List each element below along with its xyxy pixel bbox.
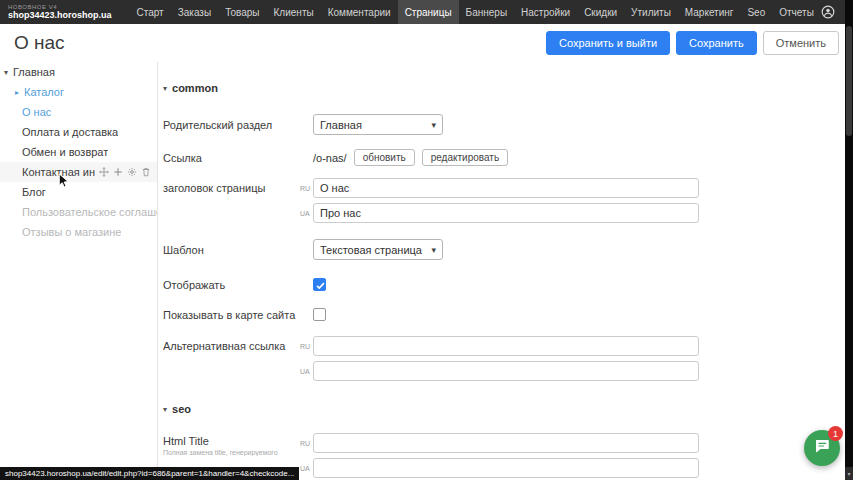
add-icon[interactable] (113, 167, 123, 177)
sidebar-item-store-reviews[interactable]: Отзывы о магазине (0, 222, 157, 242)
menu-item-orders[interactable]: Заказы (171, 0, 218, 24)
edit-form: ▾ common Родительский раздел Главная ▾ С… (158, 62, 845, 480)
chat-unread-badge: 1 (828, 426, 843, 441)
sidebar-item-contact-info[interactable]: Контактная инфор (0, 162, 157, 182)
page: НОВОВНОЕ V4 shop34423.horoshop.ua Старт … (0, 0, 853, 480)
section-seo[interactable]: ▾ seo (163, 403, 845, 415)
chevron-down-icon: ▾ (163, 405, 167, 414)
menu-item-comments[interactable]: Комментарии (321, 0, 398, 24)
header-buttons: Сохранить и выйти Сохранить Отменить (546, 31, 839, 55)
menu-item-products[interactable]: Товары (218, 0, 266, 24)
ru-tag: RU (300, 343, 313, 350)
sidebar-item-user-agreement[interactable]: Пользовательское соглашение (0, 202, 157, 222)
html-title-hint: Полная замена title, генерируемого (163, 449, 297, 456)
alt-link-ua-input[interactable] (313, 361, 699, 381)
sidebar-item-exchange-return[interactable]: Обмен и возврат (0, 142, 157, 162)
page-title-row: заголовок страницы RU UA (163, 178, 845, 223)
ua-tag: UA (300, 368, 313, 375)
menu-item-start[interactable]: Старт (130, 0, 171, 24)
alt-link-row: Альтернативная ссылка RU UA (163, 336, 845, 381)
chevron-down-icon: ▾ (163, 84, 167, 93)
chat-icon (813, 437, 831, 459)
cancel-button[interactable]: Отменить (763, 31, 839, 55)
sidebar-item-catalog[interactable]: ▸ Каталог (0, 82, 157, 102)
move-icon[interactable] (99, 167, 109, 177)
sidebar-item-payment-delivery[interactable]: Оплата и доставка (0, 122, 157, 142)
save-button[interactable]: Сохранить (676, 31, 757, 55)
update-link-button[interactable]: обновить (354, 149, 415, 166)
page-tree-sidebar: ▾ Главная ▸ Каталог О нас Оплата и доста… (0, 62, 157, 480)
menu-item-marketing[interactable]: Маркетинг (678, 0, 741, 24)
scrollbar-thumb[interactable] (846, 26, 852, 136)
trash-icon[interactable] (141, 167, 151, 177)
sitemap-row: Показывать в карте сайта (163, 308, 845, 321)
display-checkbox[interactable] (313, 278, 326, 291)
gear-icon[interactable] (127, 167, 137, 177)
account-icon[interactable] (821, 5, 835, 19)
display-row: Отображать (163, 278, 845, 291)
html-title-ru-input[interactable] (313, 433, 699, 453)
parent-section-select[interactable]: Главная ▾ (313, 114, 443, 135)
section-common[interactable]: ▾ common (163, 82, 845, 94)
page-header: О нас Сохранить и выйти Сохранить Отмени… (0, 24, 853, 62)
chevron-down-icon: ▾ (431, 120, 436, 130)
save-and-exit-button[interactable]: Сохранить и выйти (546, 31, 670, 55)
ua-tag: UA (300, 465, 313, 472)
topbar: НОВОВНОЕ V4 shop34423.horoshop.ua Старт … (0, 0, 853, 24)
check-icon (315, 280, 326, 291)
menu-item-discounts[interactable]: Скидки (577, 0, 624, 24)
sidebar-item-about[interactable]: О нас (0, 102, 157, 122)
main-menu: Старт Заказы Товары Клиенты Комментарии … (130, 0, 821, 24)
menu-item-settings[interactable]: Настройки (514, 0, 577, 24)
page-title-ru-input[interactable] (313, 178, 699, 198)
logo-domain: shop34423.horoshop.ua (8, 11, 112, 20)
logo[interactable]: НОВОВНОЕ V4 shop34423.horoshop.ua (8, 4, 112, 20)
template-row: Шаблон Текстовая страница ▾ (163, 239, 845, 260)
sidebar-item-blog[interactable]: Блог (0, 182, 157, 202)
ru-tag: RU (300, 185, 313, 192)
browser-status-bar: shop34423.horoshop.ua/edit/edit.php?id=6… (0, 467, 299, 480)
alt-link-ru-input[interactable] (313, 336, 699, 356)
ru-tag: RU (300, 440, 313, 447)
page-title: О нас (14, 32, 65, 54)
chevron-down-icon[interactable]: ▾ (4, 68, 13, 77)
chat-launcher-button[interactable]: 1 (804, 430, 840, 466)
menu-item-seo[interactable]: Seo (740, 0, 772, 24)
page-title-ua-input[interactable] (313, 203, 699, 223)
chevron-down-icon: ▾ (431, 245, 436, 255)
sidebar-item-home[interactable]: ▾ Главная (0, 62, 157, 82)
html-title-ua-input[interactable] (313, 458, 699, 478)
menu-item-banners[interactable]: Баннеры (459, 0, 514, 24)
ua-tag: UA (300, 210, 313, 217)
scrollbar[interactable]: ▾ (845, 0, 853, 480)
scroll-down-icon[interactable]: ▾ (845, 467, 853, 480)
template-select[interactable]: Текстовая страница ▾ (313, 239, 443, 260)
link-row: Ссылка /o-nas/ обновить редактировать (163, 149, 845, 166)
edit-link-button[interactable]: редактировать (422, 149, 508, 166)
chevron-right-icon[interactable]: ▸ (15, 88, 24, 97)
link-value: /o-nas/ (313, 152, 347, 164)
sitemap-checkbox[interactable] (313, 308, 326, 321)
row-action-icons (99, 167, 151, 177)
menu-item-reports[interactable]: Отчеты (772, 0, 821, 24)
menu-item-pages[interactable]: Страницы (398, 0, 459, 24)
menu-item-utilities[interactable]: Утилиты (624, 0, 678, 24)
menu-item-clients[interactable]: Клиенты (267, 0, 321, 24)
parent-section-row: Родительский раздел Главная ▾ (163, 114, 845, 135)
